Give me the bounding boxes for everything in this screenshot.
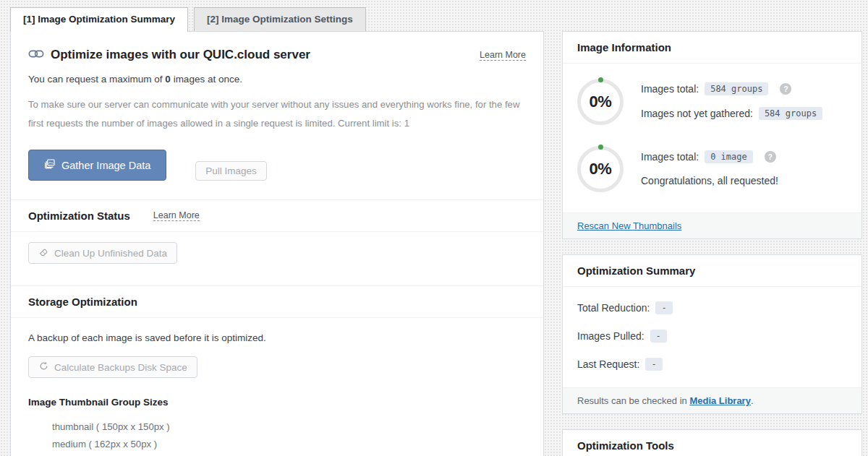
optimization-summary-footer: Results can be checked in Media Library.: [563, 387, 861, 413]
learn-more-link-quic[interactable]: Learn More: [480, 50, 526, 61]
results-note-prefix: Results can be checked in: [577, 395, 689, 406]
optimization-tools-header: Optimization Tools: [563, 430, 861, 456]
thumbnail-size-list: thumbnail ( 150px x 150px ) medium ( 162…: [28, 418, 526, 456]
max-request-value: 0: [165, 74, 171, 85]
sidebar: Image Information 0% Images total: 584 g…: [562, 31, 862, 456]
calculate-backups-disk-space-button[interactable]: Calculate Backups Disk Space: [28, 356, 197, 378]
optimization-tools-title: Optimization Tools: [577, 439, 674, 452]
images-progress-row: 0% Images total: 0 image ? Congratulatio…: [577, 136, 847, 202]
thumbnail-size-item: thumbnail ( 150px x 150px ): [52, 418, 526, 435]
quic-cloud-section: Optimize images with our QUIC.cloud serv…: [11, 32, 543, 199]
groups-progress-row: 0% Images total: 584 groups ? Images not…: [577, 68, 847, 136]
backup-note-text: A backup of each image is saved before i…: [28, 332, 526, 343]
results-note-suffix: .: [751, 395, 754, 406]
help-icon[interactable]: ?: [780, 83, 791, 95]
images-progress-circle: 0%: [577, 146, 624, 192]
image-information-header: Image Information: [563, 32, 861, 64]
refresh-icon: [38, 361, 49, 374]
total-reduction-label: Total Reduction:: [577, 302, 650, 314]
groups-progress-circle: 0%: [577, 79, 624, 125]
progress-dot-icon: [598, 145, 603, 150]
optimization-summary-header: Optimization Summary: [563, 255, 861, 287]
images-total-label: Images total:: [641, 83, 699, 95]
images-total-badge: 584 groups: [705, 82, 768, 95]
image-information-footer: Rescan New Thumbnails: [563, 212, 861, 238]
learn-more-link-status[interactable]: Learn More: [153, 210, 200, 221]
last-request-row: Last Request: -: [577, 350, 847, 379]
storage-optimization-title: Storage Optimization: [28, 296, 137, 308]
tab-bar: [1] Image Optimization Summary [2] Image…: [10, 7, 862, 31]
pull-images-button[interactable]: Pull Images: [195, 161, 267, 181]
main-panel: Optimize images with our QUIC.cloud serv…: [10, 31, 544, 456]
optimization-status-title: Optimization Status: [28, 210, 130, 222]
clean-up-label: Clean Up Unfinished Data: [54, 248, 167, 259]
section-title-quic: Optimize images with our QUIC.cloud serv…: [51, 48, 480, 62]
total-reduction-row: Total Reduction: -: [577, 294, 847, 322]
images-progress-percent: 0%: [590, 160, 612, 178]
images-not-gathered-label: Images not yet gathered:: [641, 108, 753, 119]
optimization-summary-box: Optimization Summary Total Reduction: - …: [562, 254, 862, 414]
eraser-icon: [38, 246, 49, 259]
total-reduction-value: -: [655, 301, 672, 314]
tab-image-optimization-summary[interactable]: [1] Image Optimization Summary: [10, 7, 188, 32]
limit-note-text: To make sure our server can communicate …: [28, 95, 526, 132]
optimization-summary-title: Optimization Summary: [577, 264, 695, 277]
storage-optimization-body: A backup of each image is saved before i…: [11, 318, 543, 456]
image-information-title: Image Information: [577, 41, 671, 53]
images-total-badge-2: 0 image: [705, 150, 753, 163]
images-stack-icon: [44, 158, 56, 172]
last-request-value: -: [645, 358, 662, 371]
images-not-gathered-badge: 584 groups: [759, 107, 822, 120]
image-information-box: Image Information 0% Images total: 584 g…: [562, 31, 862, 239]
images-pulled-row: Images Pulled: -: [577, 322, 847, 350]
optimization-tools-box: Optimization Tools You can quickly switc…: [562, 429, 862, 456]
last-request-label: Last Request:: [577, 358, 639, 370]
pull-images-label: Pull Images: [205, 165, 257, 176]
gather-image-data-button[interactable]: Gather Image Data: [28, 150, 166, 181]
max-request-text: You can request a maximum of 0 images at…: [28, 74, 526, 85]
images-pulled-value: -: [650, 330, 667, 343]
thumbnail-size-item: medium ( 162px x 50px ): [52, 435, 526, 452]
thumbnail-group-sizes-title: Image Thumbnail Group Sizes: [28, 397, 526, 408]
optimization-status-header: Optimization Status Learn More: [11, 200, 543, 231]
thumbnail-size-item: medium_large ( * x * ): [52, 452, 526, 456]
images-pulled-label: Images Pulled:: [577, 330, 644, 342]
images-total-label-2: Images total:: [641, 151, 699, 163]
help-icon[interactable]: ?: [765, 151, 776, 163]
optimization-status-body: Clean Up Unfinished Data: [11, 232, 543, 285]
progress-dot-icon: [598, 77, 603, 82]
rescan-new-thumbnails-link[interactable]: Rescan New Thumbnails: [577, 220, 681, 231]
groups-progress-percent: 0%: [590, 93, 612, 111]
calculate-backups-label: Calculate Backups Disk Space: [54, 362, 187, 373]
link-icon: [28, 48, 44, 61]
media-library-link[interactable]: Media Library: [689, 395, 751, 406]
congratulations-text: Congratulations, all requested!: [641, 175, 778, 186]
storage-optimization-header: Storage Optimization: [11, 286, 543, 317]
tab-image-optimization-settings[interactable]: [2] Image Optimization Settings: [194, 7, 366, 31]
page: [1] Image Optimization Summary [2] Image…: [0, 0, 868, 456]
clean-up-unfinished-data-button[interactable]: Clean Up Unfinished Data: [28, 242, 177, 264]
gather-image-data-label: Gather Image Data: [61, 160, 150, 171]
